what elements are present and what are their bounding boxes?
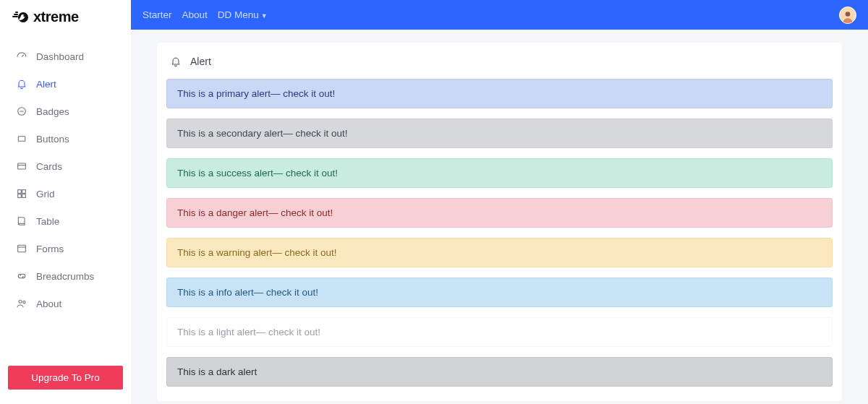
sidebar-item-alert[interactable]: Alert [0,70,131,98]
alert-danger: This is a danger alert— check it out! [166,198,833,228]
sidebar-item-label: Cards [36,161,62,172]
layout-icon [16,243,27,254]
sidebar-item-about[interactable]: About [0,290,131,317]
svg-point-10 [19,300,22,303]
main-column: Starter About DD Menu▼ Alert [131,0,868,404]
sidebar-item-label: Alert [36,79,56,90]
sidebar-item-label: Breadcrumbs [36,271,94,282]
bell-icon [16,78,27,90]
card-header: Alert [157,43,842,79]
content-area: Alert This is a primary alert— check it … [131,30,868,404]
users-icon [16,298,27,309]
alert-dark: This is a dark alert [166,357,833,387]
nav-link-label: DD Menu [218,9,259,20]
link-icon [16,270,27,282]
sidebar-item-label: About [36,298,61,309]
book-icon [16,215,27,227]
svg-rect-7 [18,194,22,198]
alert-card: Alert This is a primary alert— check it … [157,43,842,401]
sidebar-item-forms[interactable]: Forms [0,235,131,262]
chevron-down-icon: ▼ [261,12,268,20]
topbar: Starter About DD Menu▼ [131,0,868,30]
sidebar-item-label: Grid [36,189,55,199]
svg-point-1 [23,14,25,16]
brand-name: xtreme [33,9,79,25]
sidebar-item-cards[interactable]: Cards [0,152,131,180]
sidebar-item-buttons[interactable]: Buttons [0,125,131,152]
square-icon [16,133,27,145]
sidebar-item-breadcrumbs[interactable]: Breadcrumbs [0,262,131,290]
card-icon [16,160,27,172]
alert-primary: This is a primary alert— check it out! [166,79,833,108]
brand-logo[interactable]: xtreme [0,0,131,33]
circle-minus-icon [16,106,27,117]
svg-rect-3 [18,137,25,142]
sidebar-nav: Dashboard Alert Badges Buttons Cards Gri… [0,43,131,361]
sidebar: xtreme Dashboard Alert Badges Buttons Ca… [0,0,131,404]
logo-icon [12,10,29,25]
page-title: Alert [190,56,211,67]
sidebar-item-label: Forms [36,244,64,254]
svg-point-12 [846,12,851,17]
alert-light: This is a light alert— check it out! [166,317,833,347]
svg-rect-4 [18,163,26,169]
svg-point-11 [23,301,25,303]
sidebar-item-label: Dashboard [36,51,84,62]
nav-link-about[interactable]: About [182,9,208,20]
grid-icon [16,188,27,199]
svg-rect-9 [18,245,26,252]
sidebar-item-label: Buttons [36,134,69,145]
sidebar-item-table[interactable]: Table [0,207,131,235]
upgrade-button[interactable]: Upgrade To Pro [8,366,123,390]
alert-warning: This is a warning alert— check it out! [166,238,833,267]
avatar[interactable] [839,7,856,24]
sidebar-item-label: Table [36,216,59,227]
svg-rect-6 [22,190,26,194]
svg-rect-5 [18,190,22,194]
bell-icon [170,56,182,67]
nav-link-dd-menu[interactable]: DD Menu▼ [218,9,268,20]
svg-rect-8 [22,194,26,198]
sidebar-item-dashboard[interactable]: Dashboard [0,43,131,70]
sidebar-item-badges[interactable]: Badges [0,98,131,125]
alert-info: This is a info alert— check it out! [166,278,833,307]
sidebar-item-label: Badges [36,106,69,117]
sidebar-item-grid[interactable]: Grid [0,180,131,207]
gauge-icon [16,51,27,62]
alert-success: This is a success alert— check it out! [166,158,833,188]
nav-link-starter[interactable]: Starter [142,9,172,20]
alert-secondary: This is a secondary alert— check it out! [166,119,833,148]
